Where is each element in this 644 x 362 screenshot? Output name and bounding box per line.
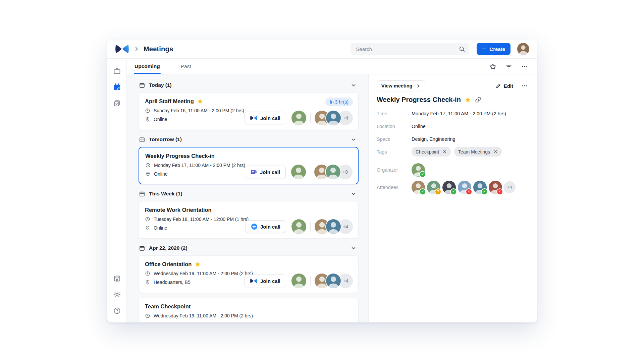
more-options-icon[interactable]	[521, 63, 528, 70]
meeting-card-office-orientation[interactable]: Office Orientation Wednesday Feb 19, 11:…	[139, 255, 359, 293]
calendar-icon	[139, 191, 145, 197]
star-icon	[197, 98, 203, 105]
ms-teams-icon: T	[251, 169, 257, 175]
search-bar[interactable]	[351, 43, 469, 55]
section-header-today[interactable]: Today (1)	[139, 80, 358, 90]
avatar-divider	[310, 113, 311, 123]
organizer-avatar	[291, 274, 306, 288]
avatar: ✓	[412, 163, 425, 177]
meeting-card-april-staff-meeting[interactable]: April Staff Meeting In 3 hr(s) Sunday Fe…	[139, 93, 359, 130]
pencil-icon	[495, 83, 501, 89]
join-call-button[interactable]: Join call	[245, 112, 286, 124]
section-label: Apr 22, 2020 (2)	[149, 245, 187, 251]
avatar: ?	[427, 181, 440, 194]
meeting-location: Online	[154, 171, 167, 177]
organizer-avatar	[291, 219, 306, 234]
attendee-avatars	[314, 165, 340, 179]
tag-chip: Team Meetings	[454, 147, 502, 157]
field-label: Location	[377, 123, 412, 129]
chevron-down-icon[interactable]	[351, 136, 357, 142]
app-call-icon	[250, 115, 257, 121]
meeting-card-remote-work-orientation[interactable]: Remote Work Orientation Tuesday Feb 18, …	[139, 201, 359, 239]
detail-more-options-icon[interactable]	[521, 82, 528, 89]
location-pin-icon	[145, 171, 151, 177]
profile-avatar[interactable]	[517, 43, 529, 55]
calendar-icon	[113, 83, 121, 92]
search-input[interactable]	[355, 46, 459, 52]
calendar-icon	[139, 136, 145, 143]
meeting-card-weekly-progress-check-in-selected[interactable]: Weekly Progress Check-in Monday Feb 17, …	[139, 147, 359, 184]
question-status-badge: ?	[435, 188, 441, 195]
field-label: Space	[377, 136, 412, 142]
app-window: Meetings Create	[107, 40, 537, 322]
avatar: ×	[489, 181, 502, 194]
tag-chip: Checkpoint	[412, 147, 451, 157]
sidebar-item-projects[interactable]	[111, 65, 123, 77]
avatar: ✓	[412, 181, 425, 194]
page-background: Meetings Create	[0, 0, 644, 362]
app-logo-icon[interactable]	[115, 44, 129, 54]
copy-link-icon[interactable]	[475, 97, 481, 103]
meeting-card-team-checkpoint[interactable]: Team Checkpoint Wednesday Feb 19, 11:00 …	[139, 298, 359, 322]
briefcase-icon	[113, 67, 121, 75]
check-status-badge: ✓	[450, 188, 457, 195]
location-pin-icon	[145, 225, 150, 231]
section-header-this-week[interactable]: This Week (1)	[139, 189, 358, 198]
attendee-avatars: ✓?✓×✓×	[412, 181, 502, 194]
filter-icon[interactable]	[505, 63, 512, 70]
meeting-location: Online	[154, 225, 167, 231]
edit-button[interactable]: Edit	[495, 83, 513, 89]
meeting-time: Wednesday Feb 19, 11:00 AM - 2:00 PM (2 …	[154, 271, 253, 276]
view-meeting-button[interactable]: View meeting	[377, 80, 425, 91]
attendees-overflow-badge: +4	[503, 181, 516, 193]
avatar-divider	[310, 222, 311, 232]
remove-tag-icon[interactable]	[493, 149, 498, 154]
meeting-time: Wednesday Feb 19, 11:00 AM - 2:00 PM (2 …	[154, 313, 253, 318]
join-call-button[interactable]: Join call	[246, 220, 286, 233]
search-icon	[459, 46, 465, 52]
check-status-badge: ✓	[481, 188, 488, 195]
favorite-star-icon[interactable]	[489, 63, 496, 70]
create-button[interactable]: Create	[477, 43, 511, 55]
detail-meeting-title: Weekly Progress Check-in	[377, 96, 461, 104]
check-status-badge: ✓	[419, 188, 426, 195]
titlebar: Meetings Create	[107, 40, 537, 59]
chevron-down-icon[interactable]	[351, 82, 357, 88]
join-call-button[interactable]: T Join call	[245, 166, 286, 178]
field-label: Time	[377, 111, 412, 117]
calendar-icon	[139, 82, 145, 88]
avatar	[326, 219, 341, 234]
meeting-time: Monday Feb 17, 11:00 AM - 2:00 PM (2 hrs…	[154, 163, 245, 168]
field-row-space: Space Design, Engineering	[377, 136, 528, 142]
avatar	[326, 274, 341, 288]
star-icon	[465, 97, 471, 103]
chevron-down-icon[interactable]	[351, 245, 357, 251]
storefront-icon	[113, 275, 121, 283]
chevron-down-icon[interactable]	[351, 191, 357, 197]
section-header-tomorrow[interactable]: Tomorrow (1)	[139, 135, 358, 144]
section-header-apr-22-2020[interactable]: Apr 22, 2020 (2)	[139, 243, 358, 253]
sidebar-item-help[interactable]	[111, 305, 123, 316]
avatar	[291, 165, 306, 179]
sidebar-item-meetings-active[interactable]	[111, 81, 123, 93]
tab-upcoming[interactable]: Upcoming	[134, 59, 161, 74]
join-call-button[interactable]: Join call	[245, 275, 286, 287]
avatar: ×	[458, 181, 471, 194]
field-value-time: Monday Feb 17, 11:00 AM - 2:00 PM (2 hrs…	[412, 111, 506, 117]
avatar	[326, 165, 340, 179]
organizer-avatar	[291, 111, 306, 125]
clock-icon	[145, 163, 151, 168]
app-call-icon	[250, 278, 257, 284]
section-label: This Week (1)	[149, 191, 182, 197]
sidebar-item-apps[interactable]	[111, 273, 123, 284]
clock-icon	[145, 217, 150, 222]
tab-past[interactable]: Past	[180, 59, 192, 74]
avatar	[291, 111, 306, 125]
organizer-avatar: ✓	[412, 163, 425, 177]
meeting-title: Office Orientation	[145, 261, 192, 267]
sidebar-item-tasks[interactable]	[111, 98, 123, 109]
sidebar-item-settings[interactable]	[111, 289, 123, 300]
organizer-avatar	[291, 165, 306, 179]
field-label: Tags	[377, 149, 412, 155]
remove-tag-icon[interactable]	[442, 149, 447, 154]
